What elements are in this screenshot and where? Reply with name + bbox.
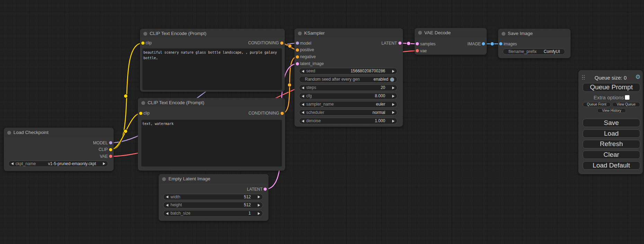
output-slot-IMAGE[interactable] [482,42,485,45]
widget-seed[interactable]: seed156680208700286 [299,68,397,74]
prompt-textarea[interactable]: beautiful scenery nature glass bottle la… [142,48,282,90]
increment-arrow-icon[interactable] [103,162,105,165]
view-history-button[interactable]: View History [597,108,626,113]
increment-arrow-icon[interactable] [392,111,395,114]
save-button[interactable]: Save [583,119,640,127]
input-slot-clip[interactable] [141,42,144,45]
node-titlebar[interactable]: Save Image [498,29,571,38]
extra-options-checkbox[interactable] [625,95,629,100]
decrement-arrow-icon[interactable] [166,204,168,207]
collapse-dot-icon[interactable] [143,32,147,36]
node-titlebar[interactable]: Empty Latent Image [159,174,268,183]
clear-button[interactable]: Clear [583,151,640,159]
decrement-arrow-icon[interactable] [166,212,168,215]
decrement-arrow-icon[interactable] [302,103,304,106]
decrement-arrow-icon[interactable] [302,111,304,114]
input-slot-images[interactable] [499,42,502,45]
widget-filename-prefix[interactable]: filename_prefixComfyUI [503,48,565,55]
clip-link-positive-center-dot [124,94,127,98]
collapse-dot-icon[interactable] [141,101,145,105]
node-ksampler[interactable]: KSamplermodelpositivenegativelatent_imag… [294,28,403,127]
view-queue-button[interactable]: View Queue [612,102,640,107]
node-titlebar[interactable]: KSampler [294,28,403,38]
widget-cfg[interactable]: cfg8.000 [299,93,397,99]
output-slot-MODEL[interactable] [109,141,112,144]
output-slot-LATENT[interactable] [264,188,267,191]
output-label: VAE [100,154,108,159]
node-title: Empty Latent Image [168,174,210,183]
increment-arrow-icon[interactable] [258,196,260,198]
input-slot-positive[interactable] [296,48,299,52]
widget-width[interactable]: width512 [163,194,263,200]
collapse-dot-icon[interactable] [7,131,11,135]
decrement-arrow-icon[interactable] [166,196,168,198]
load-button[interactable]: Load [583,129,640,138]
load-default-button[interactable]: Load Default [583,161,640,170]
queue-size-label: Queue size: 0 [579,75,642,81]
output-slot-CONDITIONING[interactable] [281,112,284,115]
node-titlebar[interactable]: Load Checkpoint [4,128,114,137]
output-slot-VAE[interactable] [109,155,112,158]
increment-arrow-icon[interactable] [258,212,260,215]
widget-ckpt-name[interactable]: ckpt_namev1-5-pruned-emaonly.ckpt [8,161,108,167]
node-clip-text-encode-positive[interactable]: CLIP Text Encode (Prompt)clipCONDITIONIN… [140,29,285,92]
node-titlebar[interactable]: VAE Decode [415,28,487,37]
widget-value: 1 [248,210,251,216]
queue-front-button[interactable]: Queue Front [583,102,611,107]
increment-arrow-icon[interactable] [392,70,395,73]
output-label: CONDITIONING [248,40,279,45]
collapse-dot-icon[interactable] [418,31,422,35]
increment-arrow-icon[interactable] [392,95,395,98]
widget-steps[interactable]: steps20 [299,84,397,91]
queue-prompt-button[interactable]: Queue Prompt [583,83,640,91]
widget-denoise[interactable]: denoise1.000 [299,118,397,124]
increment-arrow-icon[interactable] [392,103,395,106]
prompt-textarea[interactable]: text, watermark [141,120,282,166]
output-label: IMAGE [467,42,481,46]
widget-value: 20 [381,85,385,91]
decrement-arrow-icon[interactable] [11,162,14,165]
increment-arrow-icon[interactable] [392,120,395,123]
node-vae-decode[interactable]: VAE DecodesamplesvaeIMAGE [415,28,487,55]
widget-height[interactable]: height512 [163,202,263,208]
decrement-arrow-icon[interactable] [302,95,304,98]
input-slot-model[interactable] [296,42,299,45]
increment-arrow-icon[interactable] [392,87,395,89]
node-empty-latent-image[interactable]: Empty Latent ImageLATENTwidth512height51… [159,174,268,221]
widget-scheduler[interactable]: schedulernormal [299,109,397,116]
output-slot-CONDITIONING[interactable] [280,42,283,45]
extra-options-label: Extra options [593,94,624,100]
input-slot-vae[interactable] [416,49,419,52]
toggle-on-icon[interactable] [390,78,394,82]
collapse-dot-icon[interactable] [298,31,302,35]
refresh-button[interactable]: Refresh [583,140,640,148]
widget-value: 1.000 [375,118,385,124]
input-slot-samples[interactable] [416,42,419,45]
input-slot-latent_image[interactable] [296,62,299,65]
extra-options-row: Extra options [579,94,624,100]
settings-gear-icon[interactable]: ⚙ [635,73,641,80]
comfyui-canvas[interactable]: { "nodes": [ { "name": "load-checkpoint"… [0,0,644,244]
input-label: clip [145,40,152,45]
input-slot-negative[interactable] [296,55,299,58]
increment-arrow-icon[interactable] [258,204,260,207]
output-slot-LATENT[interactable] [398,42,402,45]
collapse-dot-icon[interactable] [162,177,166,181]
decrement-arrow-icon[interactable] [302,70,304,73]
node-titlebar[interactable]: CLIP Text Encode (Prompt) [140,29,285,38]
node-clip-text-encode-negative[interactable]: CLIP Text Encode (Prompt)clipCONDITIONIN… [138,98,285,170]
widget-sampler-name[interactable]: sampler_nameeuler [299,101,397,108]
node-save-image[interactable]: Save Imageimagesfilename_prefixComfyUI [498,29,571,58]
collapse-dot-icon[interactable] [502,32,505,36]
decrement-arrow-icon[interactable] [302,87,304,89]
widget-batch-size[interactable]: batch_size1 [163,210,263,217]
input-slot-clip[interactable] [139,112,142,115]
input-label: vae [420,48,427,53]
output-label: MODEL [93,141,108,145]
widget-random-seed-after-every-gen[interactable]: Random seed after every genenabled [299,76,397,83]
output-slot-CLIP[interactable] [109,148,112,151]
decrement-arrow-icon[interactable] [302,120,304,123]
input-label: images [504,42,517,46]
node-titlebar[interactable]: CLIP Text Encode (Prompt) [138,98,285,107]
node-load-checkpoint[interactable]: Load CheckpointMODELCLIPVAEckpt_namev1-5… [4,128,114,171]
